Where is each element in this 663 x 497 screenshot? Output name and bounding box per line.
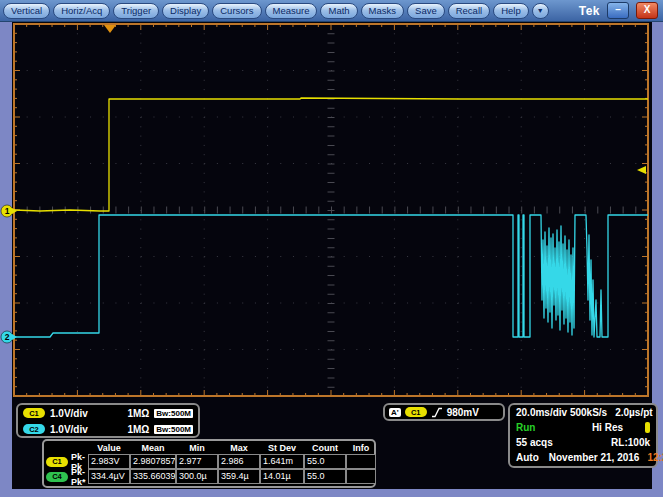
meas2-value: 334.4µV (88, 469, 130, 484)
meas2-max: 359.4µ (218, 469, 260, 484)
meas2-name: Pk-Pk* (71, 467, 88, 487)
acq-count: 55 acqs (516, 437, 553, 448)
measurement-row-2: C4 Pk-Pk* 334.4µV 335.66039µ 300.0µ 359.… (46, 469, 372, 484)
meas2-source-badge: C4 (46, 472, 68, 482)
menu-cursors[interactable]: Cursors (212, 3, 261, 19)
col-info: Info (346, 442, 376, 454)
menu-trigger[interactable]: Trigger (113, 3, 159, 19)
meas1-stdev: 1.641m (260, 454, 304, 469)
meas1-info (346, 454, 376, 469)
run-status: Run (516, 422, 535, 433)
trigger-level-value: 980mV (447, 407, 479, 418)
meas1-value: 2.983V (88, 454, 130, 469)
col-min: Min (176, 442, 218, 454)
menu-overflow-button[interactable]: ▼ (532, 3, 549, 19)
tek-logo: Tek (579, 4, 600, 18)
meas1-max: 2.986 (218, 454, 260, 469)
close-button[interactable]: X (636, 2, 658, 19)
rising-edge-icon (431, 407, 443, 418)
vertical-readout-box[interactable]: C1 1.0V/div 1MΩ Bw:500M C2 1.0V/div 1MΩ … (16, 403, 200, 438)
col-mean: Mean (130, 442, 176, 454)
menu-display[interactable]: Display (162, 3, 209, 19)
timebase-readout: 20.0ms/div 500kS/s (516, 407, 607, 418)
ch2-scale: 1.0V/div (50, 424, 88, 435)
meas2-min: 300.0µ (176, 469, 218, 484)
meas1-source-badge: C1 (46, 457, 68, 467)
meas2-stdev: 14.01µ (260, 469, 304, 484)
acq-mode: Hi Res (592, 422, 623, 433)
menu-help[interactable]: Help (493, 3, 529, 19)
meas1-mean: 2.9807857 (130, 454, 176, 469)
trigger-source-badge: C1 (405, 407, 427, 417)
menu-vertical[interactable]: Vertical (3, 3, 50, 19)
col-max: Max (218, 442, 260, 454)
ch2-readout-row[interactable]: C2 1.0V/div 1MΩ Bw:500M (18, 421, 198, 437)
date-readout: November 21, 2016 (549, 452, 640, 463)
acquisition-readout-box[interactable]: 20.0ms/div 500kS/s 2.0µs/pt Run Hi Res 5… (508, 403, 658, 468)
ch1-scale: 1.0V/div (50, 408, 88, 419)
meas2-info (346, 469, 376, 484)
menu-bar: Vertical Horiz/Acq Trigger Display Curso… (0, 0, 663, 22)
ch1-readout-row[interactable]: C1 1.0V/div 1MΩ Bw:500M (18, 405, 198, 421)
col-stdev: St Dev (260, 442, 304, 454)
menu-math[interactable]: Math (320, 3, 357, 19)
trigger-a-label: A' (389, 408, 401, 417)
menu-measure[interactable]: Measure (265, 3, 318, 19)
ch2-bandwidth: Bw:500M (154, 425, 193, 434)
ch1-badge[interactable]: C1 (23, 408, 45, 418)
measurement-table: Value Mean Min Max St Dev Count Info C1 … (42, 439, 376, 488)
meas1-min: 2.977 (176, 454, 218, 469)
menu-save[interactable]: Save (407, 3, 445, 19)
measurement-row-1: C1 Pk-Pk 2.983V 2.9807857 2.977 2.986 1.… (46, 454, 372, 469)
hires-indicator-icon (645, 422, 650, 433)
menu-recall[interactable]: Recall (448, 3, 490, 19)
ch2-badge[interactable]: C2 (23, 424, 45, 434)
meas2-mean: 335.66039µ (130, 469, 176, 484)
ch2-impedance: 1MΩ (127, 424, 149, 435)
col-count: Count (304, 442, 346, 454)
col-value: Value (88, 442, 130, 454)
minimize-button[interactable]: – (607, 2, 629, 19)
menu-horiz-acq[interactable]: Horiz/Acq (53, 3, 110, 19)
time-readout: 12:29:49 (647, 452, 663, 463)
measurement-header-row: Value Mean Min Max St Dev Count Info (46, 442, 372, 454)
menu-masks[interactable]: Masks (361, 3, 404, 19)
ch1-impedance: 1MΩ (127, 408, 149, 419)
sample-resolution: 2.0µs/pt (615, 407, 652, 418)
record-length: RL:100k (611, 437, 650, 448)
trigger-readout-box[interactable]: A' C1 980mV (383, 403, 505, 421)
meas1-count: 55.0 (304, 454, 346, 469)
ch1-bandwidth: Bw:500M (154, 409, 193, 418)
meas2-count: 55.0 (304, 469, 346, 484)
trigger-mode: Auto (516, 452, 539, 463)
